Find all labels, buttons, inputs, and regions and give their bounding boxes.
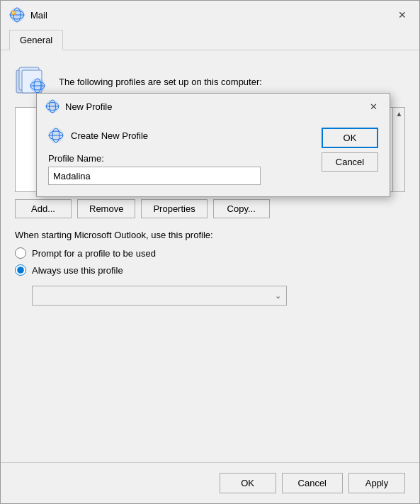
dialog-row-icon	[48, 128, 64, 143]
dialog-ok-button[interactable]: OK	[322, 128, 378, 148]
dialog-right: OK Cancel	[322, 128, 378, 185]
dialog-left: Create New Profile Profile Name:	[48, 128, 313, 185]
dialog-create-row: Create New Profile	[48, 128, 313, 143]
profile-name-label: Profile Name:	[48, 153, 104, 164]
dialog-main-content: Create New Profile Profile Name: OK Canc…	[48, 128, 378, 185]
dialog-form-row: Profile Name:	[48, 153, 313, 185]
dialog-cancel-button[interactable]: Cancel	[322, 152, 378, 172]
profile-name-input[interactable]	[48, 167, 261, 185]
dialog-overlay: New Profile ✕	[1, 1, 419, 503]
main-window: Mail ✕ General The following profiles ar…	[0, 0, 420, 504]
dialog-title: New Profile	[65, 101, 365, 112]
dialog-close-button[interactable]: ✕	[365, 99, 381, 114]
dialog-title-bar: New Profile ✕	[37, 94, 390, 119]
dialog-content: Create New Profile Profile Name: OK Canc…	[37, 119, 390, 196]
dialog-icon	[45, 99, 59, 113]
create-profile-label: Create New Profile	[71, 130, 313, 141]
tab-general[interactable]: General	[9, 30, 63, 50]
new-profile-dialog: New Profile ✕	[36, 93, 390, 197]
